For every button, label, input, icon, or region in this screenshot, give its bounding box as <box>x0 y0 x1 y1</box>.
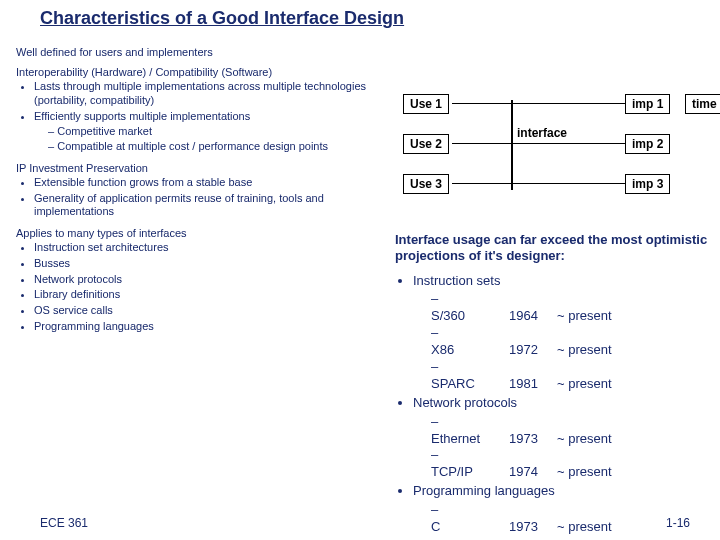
interface-divider <box>511 100 513 190</box>
line-use2 <box>452 143 511 144</box>
p-c: ~ present <box>557 519 612 536</box>
usage-text: Interface usage can far exceed the most … <box>395 232 715 265</box>
box-use2: Use 2 <box>403 134 449 154</box>
y-sparc: 1981 <box>509 376 557 393</box>
y-c: 1973 <box>509 519 557 536</box>
bullet-busses: Busses <box>34 257 386 271</box>
interop-bullets: Lasts through multiple implementations a… <box>34 80 386 154</box>
p-tcp: ~ present <box>557 464 612 481</box>
ex-h2: Network protocols <box>413 395 517 410</box>
footer-course: ECE 361 <box>40 516 88 530</box>
bullet-languages: Programming languages <box>34 320 386 334</box>
box-imp1: imp 1 <box>625 94 670 114</box>
bullet-network: Network protocols <box>34 273 386 287</box>
n-c: C <box>431 519 509 536</box>
line-interop: Interoperability (Hardware) / Compatibil… <box>16 66 386 78</box>
line-imp1 <box>511 103 625 104</box>
y-x86: 1972 <box>509 342 557 359</box>
bullet-efficient: Efficiently supports multiple implementa… <box>34 110 386 154</box>
row-s360: S/3601964~ present <box>431 291 715 325</box>
interface-diagram: Use 1 Use 2 Use 3 interface imp 1 imp 2 … <box>395 90 715 210</box>
p-x86: ~ present <box>557 342 612 359</box>
y-s360: 1964 <box>509 308 557 325</box>
n-eth: Ethernet <box>431 431 509 448</box>
bullet-library: Library definitions <box>34 288 386 302</box>
line-use1 <box>452 103 511 104</box>
row-tcpip: TCP/IP1974~ present <box>431 447 715 481</box>
line-imp3 <box>511 183 625 184</box>
right-column: Use 1 Use 2 Use 3 interface imp 1 imp 2 … <box>395 90 715 538</box>
applies-bullets: Instruction set architectures Busses Net… <box>34 241 386 334</box>
box-imp2: imp 2 <box>625 134 670 154</box>
left-column: Well defined for users and implementers … <box>16 40 386 338</box>
section-applies: Applies to many types of interfaces <box>16 227 386 239</box>
box-use1: Use 1 <box>403 94 449 114</box>
bullet-os: OS service calls <box>34 304 386 318</box>
ex-h3: Programming languages <box>413 483 555 498</box>
line-well-defined: Well defined for users and implementers <box>16 46 386 58</box>
bullet-isa: Instruction set architectures <box>34 241 386 255</box>
bullet-generality: Generality of application permits reuse … <box>34 192 386 220</box>
n-x86: X86 <box>431 342 509 359</box>
row-ethernet: Ethernet1973~ present <box>431 414 715 448</box>
n-sparc: SPARC <box>431 376 509 393</box>
p-s360: ~ present <box>557 308 612 325</box>
row-sparc: SPARC1981~ present <box>431 359 715 393</box>
bullet-extensible: Extensible function grows from a stable … <box>34 176 386 190</box>
box-imp3: imp 3 <box>625 174 670 194</box>
section-ip: IP Investment Preservation <box>16 162 386 174</box>
bullet-lasts: Lasts through multiple implementations a… <box>34 80 386 108</box>
examples-list: Instruction sets S/3601964~ present X861… <box>395 273 715 536</box>
box-time: time <box>685 94 720 114</box>
ex-network: Network protocols Ethernet1973~ present … <box>413 395 715 481</box>
box-use3: Use 3 <box>403 174 449 194</box>
footer-page: 1-16 <box>666 516 690 530</box>
n-s360: S/360 <box>431 308 509 325</box>
line-use3 <box>452 183 511 184</box>
row-x86: X861972~ present <box>431 325 715 359</box>
line-imp2 <box>511 143 625 144</box>
ex-h1: Instruction sets <box>413 273 500 288</box>
dash-competitive: Competitive market <box>48 125 386 139</box>
p-eth: ~ present <box>557 431 612 448</box>
bullet-efficient-text: Efficiently supports multiple implementa… <box>34 110 250 122</box>
ip-bullets: Extensible function grows from a stable … <box>34 176 386 219</box>
ex-instruction-sets: Instruction sets S/3601964~ present X861… <box>413 273 715 393</box>
slide-title: Characteristics of a Good Interface Desi… <box>40 8 720 29</box>
dash-compatible: Compatible at multiple cost / performanc… <box>48 140 386 154</box>
y-eth: 1973 <box>509 431 557 448</box>
label-interface: interface <box>517 126 567 140</box>
p-sparc: ~ present <box>557 376 612 393</box>
y-tcp: 1974 <box>509 464 557 481</box>
n-tcp: TCP/IP <box>431 464 509 481</box>
